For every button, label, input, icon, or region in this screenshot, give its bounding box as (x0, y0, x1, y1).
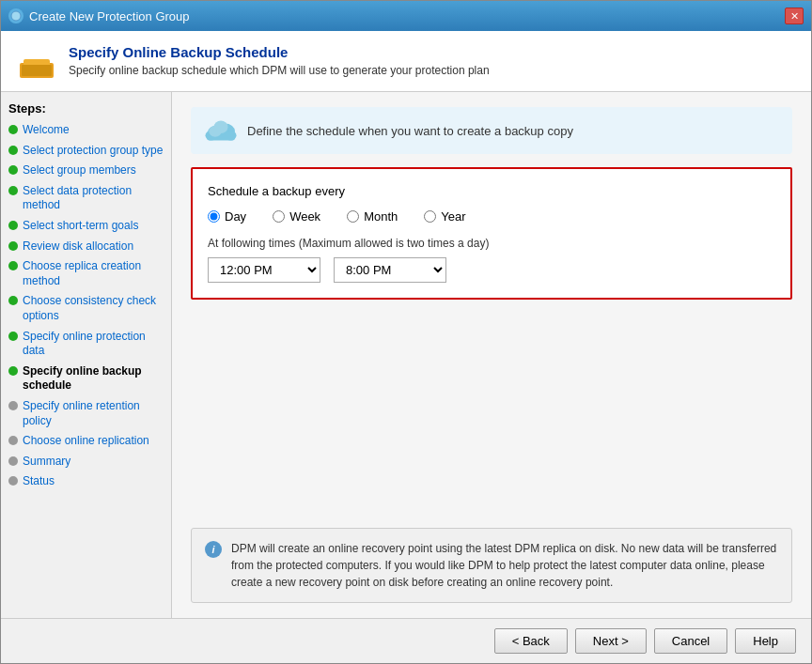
sidebar-label-consistency-check: Choose consistency check options (23, 294, 164, 323)
info-box: i DPM will create an online recovery poi… (191, 528, 792, 603)
cancel-button[interactable]: Cancel (654, 628, 727, 654)
sidebar-item-group-members[interactable]: Select group members (8, 163, 164, 178)
header-icon (18, 46, 55, 80)
dot-online-replication (8, 436, 18, 445)
schedule-box: Schedule a backup every Day Week Month (191, 167, 792, 300)
radio-day-label: Day (225, 209, 246, 224)
info-icon: i (205, 541, 222, 558)
next-button[interactable]: Next > (575, 628, 647, 654)
main-area: Steps: Welcome Select protection group t… (1, 92, 811, 618)
sidebar-label-disk-allocation: Review disk allocation (23, 239, 133, 255)
sidebar-item-summary[interactable]: Summary (8, 455, 164, 470)
sidebar-label-online-protection: Specify online protection data (23, 330, 164, 359)
sidebar-item-consistency-check[interactable]: Choose consistency check options (8, 294, 164, 323)
sidebar-label-short-term: Select short-term goals (23, 219, 138, 234)
cloud-icon (204, 116, 238, 145)
sidebar-item-online-replication[interactable]: Choose online replication (8, 434, 164, 449)
steps-label: Steps: (8, 101, 164, 116)
sidebar-item-online-protection[interactable]: Specify online protection data (8, 330, 164, 359)
radio-week[interactable]: Week (273, 209, 320, 224)
title-bar-icon (8, 8, 23, 23)
footer: < Back Next > Cancel Help (1, 618, 811, 663)
sidebar-item-replica-creation[interactable]: Choose replica creation method (8, 259, 164, 288)
dot-group-members (8, 165, 18, 175)
frequency-radio-group: Day Week Month Year (208, 209, 775, 224)
radio-day-input[interactable] (208, 210, 220, 223)
time-dropdowns: 12:00 AM1:00 AM2:00 AM 3:00 AM4:00 AM5:0… (208, 257, 775, 283)
radio-year[interactable]: Year (424, 209, 465, 224)
header-section: Specify Online Backup Schedule Specify o… (1, 31, 811, 92)
close-button[interactable]: ✕ (785, 8, 804, 24)
dot-disk-allocation (8, 241, 18, 251)
sidebar-label-online-backup-schedule: Specify online backup schedule (23, 364, 164, 394)
sidebar-label-retention-policy: Specify online retention policy (23, 399, 164, 428)
dot-short-term (8, 221, 18, 230)
window-title: Create New Protection Group (29, 9, 190, 23)
radio-year-label: Year (441, 209, 465, 224)
sidebar: Steps: Welcome Select protection group t… (1, 92, 172, 618)
sidebar-item-welcome[interactable]: Welcome (8, 123, 164, 138)
sidebar-item-protection-group-type[interactable]: Select protection group type (8, 144, 164, 159)
sidebar-label-replica-creation: Choose replica creation method (23, 259, 164, 288)
sidebar-label-status: Status (23, 474, 55, 489)
dot-welcome (8, 125, 18, 134)
svg-point-0 (11, 11, 21, 21)
radio-month-label: Month (364, 209, 398, 224)
dot-data-protection (8, 186, 18, 195)
sidebar-item-data-protection[interactable]: Select data protection method (8, 184, 164, 213)
sidebar-item-retention-policy[interactable]: Specify online retention policy (8, 399, 164, 428)
main-window: Create New Protection Group ✕ Specify On… (0, 0, 812, 664)
dot-status (8, 476, 18, 486)
page-title: Specify Online Backup Schedule (69, 44, 490, 60)
sidebar-item-disk-allocation[interactable]: Review disk allocation (8, 239, 164, 255)
cloud-banner: Define the schedule when you want to cre… (191, 107, 792, 154)
svg-point-10 (209, 126, 222, 137)
sidebar-item-status[interactable]: Status (8, 474, 164, 489)
times-label: At following times (Maximum allowed is t… (208, 237, 775, 250)
schedule-title: Schedule a backup every (208, 184, 775, 198)
sidebar-label-welcome: Welcome (23, 123, 70, 138)
svg-rect-8 (207, 135, 235, 141)
dot-consistency-check (8, 296, 18, 305)
sidebar-label-online-replication: Choose online replication (23, 434, 149, 449)
content-area: Define the schedule when you want to cre… (172, 92, 811, 618)
sidebar-item-short-term[interactable]: Select short-term goals (8, 219, 164, 234)
time2-select[interactable]: 12:00 AM1:00 AM2:00 AM 3:00 AM4:00 AM5:0… (334, 257, 446, 283)
dot-online-backup-schedule (8, 366, 18, 376)
sidebar-label-protection-group-type: Select protection group type (23, 144, 163, 159)
svg-rect-3 (22, 65, 52, 76)
time1-select[interactable]: 12:00 AM1:00 AM2:00 AM 3:00 AM4:00 AM5:0… (208, 257, 320, 283)
info-text: DPM will create an online recovery point… (231, 540, 778, 591)
dot-protection-group-type (8, 146, 18, 155)
help-button[interactable]: Help (735, 628, 796, 654)
dot-summary (8, 456, 18, 466)
sidebar-label-data-protection: Select data protection method (23, 184, 164, 213)
sidebar-label-summary: Summary (23, 455, 70, 470)
page-subtitle: Specify online backup schedule which DPM… (69, 64, 490, 77)
dot-retention-policy (8, 401, 18, 410)
sidebar-item-online-backup-schedule[interactable]: Specify online backup schedule (8, 364, 164, 394)
radio-year-input[interactable] (424, 210, 436, 223)
cloud-text: Define the schedule when you want to cre… (247, 124, 573, 138)
sidebar-label-group-members: Select group members (23, 163, 136, 178)
dot-online-protection (8, 332, 18, 341)
radio-day[interactable]: Day (208, 209, 246, 224)
radio-week-label: Week (289, 209, 320, 224)
back-button[interactable]: < Back (494, 628, 568, 654)
title-bar: Create New Protection Group ✕ (1, 1, 811, 31)
radio-month-input[interactable] (347, 210, 359, 223)
dot-replica-creation (8, 261, 18, 270)
radio-month[interactable]: Month (347, 209, 398, 224)
radio-week-input[interactable] (273, 210, 285, 223)
